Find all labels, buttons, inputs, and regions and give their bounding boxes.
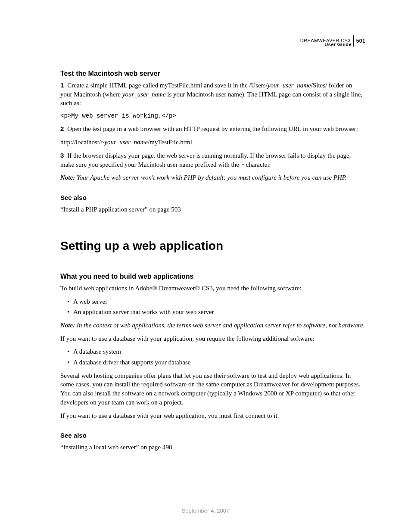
step-text: Create a simple HTML page called myTestF… [67, 82, 268, 89]
step-text: If the browser displays your page, the w… [60, 152, 351, 168]
bullet-list-software: A web server An application server that … [60, 297, 365, 317]
step-2: 2Open the test page in a web browser wit… [60, 124, 365, 134]
list-item: A database driver that supports your dat… [60, 358, 365, 367]
url-prefix: http://localhost/~ [60, 139, 104, 146]
url-suffix: /myTestFile.html [148, 139, 192, 146]
note-paragraph: Note: Your Apache web server won't work … [60, 173, 365, 182]
step-number: 3 [60, 152, 64, 159]
page-footer-date: September 4, 2007 [0, 507, 411, 515]
step-3: 3If the browser displays your page, the … [60, 151, 365, 169]
page-header: DREAMWEAVER CS3 501 User Guide [300, 35, 365, 48]
note-text: Your Apache web server won't work with P… [75, 174, 347, 181]
db-intro-paragraph: If you want to use a database with your … [60, 334, 365, 343]
header-page-number: 501 [356, 37, 365, 45]
section-heading-test-mac: Test the Macintosh web server [60, 69, 365, 78]
step-text: Open the test page in a web browser with… [67, 125, 358, 132]
main-heading-setting-up: Setting up a web application [60, 238, 365, 255]
variable-text: your_user_name [122, 91, 166, 98]
intro-paragraph: To build web applications in Adobe® Drea… [60, 284, 365, 293]
header-divider [353, 35, 354, 47]
list-item: An application server that works with yo… [60, 308, 365, 317]
section-heading-what-you-need: What you need to build web applications [60, 272, 365, 281]
step-number: 2 [60, 125, 64, 132]
list-item: A web server [60, 297, 365, 306]
note-paragraph: Note: In the context of web applications… [60, 321, 365, 330]
step-number: 1 [60, 81, 64, 89]
url-line: http://localhost/~your_user_name/myTestF… [60, 138, 365, 147]
variable-text: your_user_name [268, 82, 311, 89]
note-label: Note: [60, 322, 75, 329]
main-content: Test the Macintosh web server 1Create a … [60, 69, 365, 452]
bullet-list-db: A database system A database driver that… [60, 347, 365, 367]
see-also-link[interactable]: “Install a PHP application server” on pa… [60, 205, 365, 214]
step-1: 1Create a simple HTML page called myTest… [60, 81, 365, 108]
variable-text: your_user_name [104, 139, 148, 146]
code-sample: <p>My web server is working.</p> [60, 112, 365, 120]
body-paragraph: Several web hosting companies offer plan… [60, 371, 365, 407]
note-text: In the context of web applications, the … [75, 322, 364, 329]
see-also-heading: See also [60, 193, 365, 202]
list-item: A database system [60, 347, 365, 356]
note-label: Note: [60, 174, 75, 181]
see-also-link[interactable]: “Installing a local web server” on page … [60, 443, 365, 452]
see-also-heading: See also [60, 431, 365, 440]
body-paragraph: If you want to use a database with your … [60, 411, 365, 420]
